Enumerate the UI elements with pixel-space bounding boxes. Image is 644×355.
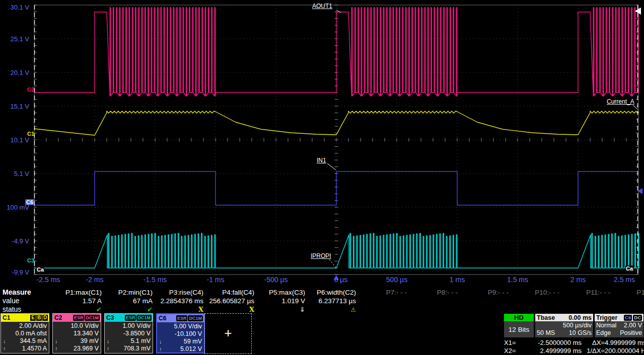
- measure-value-row: value 1.57 A67 mA2.2854376 ms256.605827 …: [0, 297, 644, 305]
- bottom-bar: C1EBD2.00 A/div0.0 mA ofst↓344.5 mA↑1.45…: [0, 313, 644, 355]
- oscilloscope-screen: 30.1 V25.1 V20.1 V15.1 V10.1 V5.1 V100 m…: [0, 0, 644, 355]
- channel-header: C2ESRDC1M: [53, 314, 101, 322]
- channel-descriptor-c6[interactable]: C6ESRDC1M5.00 V/div-10.100 V↓59 mV↑5.012…: [156, 313, 205, 353]
- channel-marker-c2[interactable]: C2: [27, 86, 34, 93]
- measure-param-label[interactable]: P12:- - -: [612, 289, 644, 296]
- measure-param-value: 256.605827 µs: [205, 297, 256, 305]
- trace-label-aout1[interactable]: AOUT1: [312, 3, 332, 10]
- channel-max-row: ↑1.4570 A: [2, 345, 47, 352]
- channel-marker-c6[interactable]: C6: [25, 199, 34, 205]
- trace-label-ipropi[interactable]: IPROPI: [311, 252, 331, 259]
- channel-descriptor-c1[interactable]: C1EBD2.00 A/div0.0 mA ofst↓344.5 mA↑1.45…: [1, 313, 49, 353]
- channel-scale: 10.0 V/div: [54, 322, 99, 330]
- channel-max-row: ↑5.012 V: [158, 345, 202, 353]
- trace-label-in1[interactable]: IN1: [317, 157, 326, 164]
- channel-badge: ESR: [176, 315, 188, 321]
- channel-max: 23.969 V: [74, 345, 99, 352]
- channel-badge: DC1M: [188, 315, 203, 321]
- channel-badge: ESR: [125, 315, 136, 321]
- measure-status-row: status ✔✔ⅩⅩ⇓⚠: [0, 305, 644, 313]
- voltage-label: 30.1 V: [0, 4, 29, 11]
- channel-header: C1EBD: [1, 314, 49, 322]
- channel-marker-c1[interactable]: C1: [27, 131, 34, 137]
- voltage-label: 15.1 V: [0, 103, 29, 110]
- trigger-slope: Positive: [620, 329, 642, 337]
- trigger-mode: Normal: [596, 322, 616, 329]
- measure-param-label[interactable]: P6:width(C2): [307, 289, 358, 296]
- bits-label: 12 Bits: [504, 321, 534, 337]
- measure-table: Measure P1:max(C1)P2:min(C1)P3:rise(C4)P…: [0, 287, 644, 312]
- channel-badge: ESR: [73, 315, 85, 321]
- trigger-level: 2.00 V: [624, 322, 642, 329]
- arrow-up-icon: ↑: [55, 345, 58, 352]
- channel-marker-c3[interactable]: C3: [27, 257, 34, 263]
- add-trace-box[interactable]: +: [204, 313, 252, 354]
- channel-scale: 5.00 V/div: [158, 323, 202, 330]
- arrow-up-icon: ↑: [159, 345, 162, 353]
- measure-param-label[interactable]: P8:- - -: [409, 289, 460, 296]
- waveform-plot[interactable]: 30.1 V25.1 V20.1 V15.1 V10.1 V5.1 V100 m…: [0, 0, 644, 286]
- voltage-label: -9.9 V: [0, 269, 29, 276]
- hd-mode-badge: HD: [504, 314, 534, 321]
- channel-scale: 1.00 V/div: [106, 322, 151, 330]
- trace-C6: [34, 171, 638, 205]
- acquisition-box[interactable]: HD 12 Bits: [504, 314, 534, 337]
- measure-param-label[interactable]: P5:max(C3): [256, 289, 307, 296]
- measure-param-label[interactable]: P10:- - -: [511, 289, 561, 296]
- x1-value: -2.5000000 ms: [523, 339, 582, 347]
- timebase-offset: 0.00 ms: [568, 314, 592, 321]
- time-label: -2.5 ms: [37, 276, 60, 284]
- channel-offset: -10.100 V: [158, 330, 202, 338]
- measure-param-label[interactable]: P9:- - -: [460, 289, 511, 296]
- channel-max-row: ↑23.969 V: [54, 345, 99, 352]
- value-row-label: value: [0, 297, 53, 305]
- trigger-box[interactable]: Trigger C6 DC Normal 2.00 V Edge Positiv…: [595, 314, 643, 337]
- current-a-pointer-line: [633, 105, 638, 110]
- in1-pointer-line: [327, 163, 336, 170]
- measure-param-value: 2.2854376 ms: [155, 297, 205, 305]
- time-label: 500 µs: [386, 276, 407, 284]
- channel-id: C3: [106, 314, 124, 321]
- measure-param-label[interactable]: P7:- - -: [358, 289, 409, 296]
- time-label: 0 µs: [334, 276, 348, 284]
- channel-offset: 0.0 mA ofst: [2, 330, 47, 337]
- channel-descriptor-c3[interactable]: C3ESRDC1M1.00 V/div-3.8500 V↓5.1 mV↑708.…: [104, 313, 153, 353]
- measure-status-icon: Ⅹ: [205, 306, 256, 313]
- arrow-down-icon: ↓: [159, 338, 162, 345]
- measure-param-label[interactable]: P2:min(C1): [104, 289, 155, 296]
- measure-param-label[interactable]: P1:max(C1): [53, 289, 104, 296]
- measure-param-label[interactable]: P11:- - -: [561, 289, 612, 296]
- cursor-label[interactable]: Ca: [625, 265, 633, 272]
- channel-max: 1.4570 A: [22, 345, 47, 352]
- channel-min: 5.1 mV: [130, 337, 151, 344]
- trigger-type: Edge: [596, 329, 611, 337]
- channel-badge: DC1M: [136, 315, 152, 321]
- measure-status-icon: ⇓: [256, 306, 307, 313]
- timebase-box[interactable]: Tbase 0.00 ms 500 µs/div 50 MS 10 GS/s: [535, 314, 593, 337]
- channel-badge: E: [30, 315, 36, 321]
- cursor-label[interactable]: Ca: [36, 267, 44, 273]
- measure-param-value: 6.237713 µs: [307, 297, 358, 305]
- channel-min-row: ↓344.5 mA: [2, 337, 47, 345]
- channel-min: 344.5 mA: [20, 337, 47, 344]
- channel-min: 39 mV: [81, 337, 99, 344]
- channel-max: 5.012 V: [180, 345, 202, 352]
- trigger-title: Trigger: [596, 314, 617, 321]
- time-label: -2 ms: [86, 276, 104, 284]
- measure-param-label[interactable]: P3:rise(C4): [155, 289, 205, 296]
- time-label: 2.5 ms: [614, 276, 635, 284]
- time-label: 1 ms: [450, 276, 465, 284]
- measure-status-icon: ✔: [53, 306, 104, 313]
- trace-label-current_a[interactable]: Current_A: [607, 98, 634, 105]
- trigger-source-badge: C6: [624, 315, 632, 321]
- arrow-down-icon: ↓: [107, 337, 110, 345]
- add-trace-plus-icon: +: [224, 325, 232, 341]
- x2-value: 2.4999999 ms: [523, 347, 582, 355]
- channel-id: C1: [3, 314, 30, 321]
- inv-dx-label: 1/ΔX=: [582, 347, 605, 355]
- time-label: -1.5 ms: [144, 276, 167, 284]
- channel-descriptor-c2[interactable]: C2ESRDC1M10.0 V/div13.340 V↓39 mV↑23.969…: [52, 313, 101, 353]
- time-label: -1 ms: [207, 276, 225, 284]
- measure-param-label[interactable]: P4:fall(C4): [205, 289, 256, 296]
- arrow-down-icon: ↓: [55, 337, 58, 345]
